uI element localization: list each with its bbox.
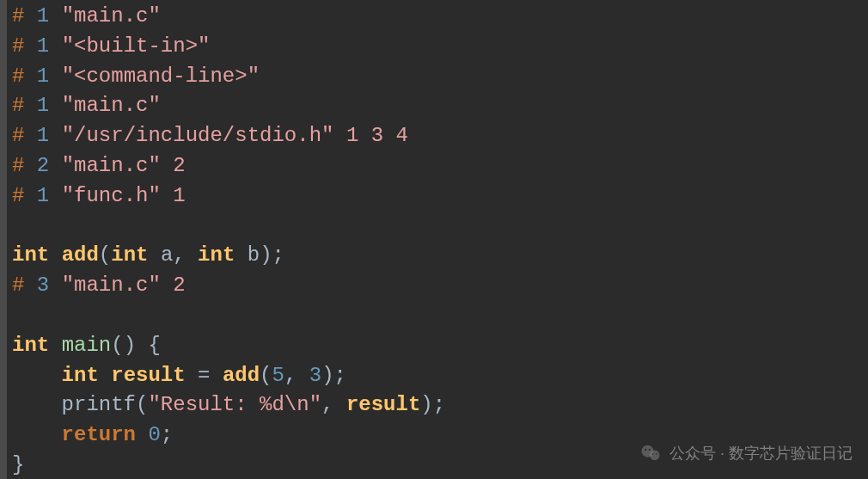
number-literal: 3 <box>309 364 321 387</box>
param-type: int <box>198 243 235 267</box>
string-literal: "Result: %d\n" <box>148 393 321 416</box>
var-name: result <box>111 364 185 387</box>
return-type: int <box>12 334 49 357</box>
code-line: int add(int a, int b); <box>12 241 863 271</box>
function-name: main <box>62 334 112 357</box>
identifier: result <box>346 393 420 416</box>
code-editor: # 1 "main.c"# 1 "<built-in>"# 1 "<comman… <box>0 0 868 479</box>
preprocessor-hash: # <box>12 94 37 117</box>
preproc-flags: 1 <box>161 184 186 207</box>
line-number-literal: 1 <box>37 184 49 207</box>
code-area[interactable]: # 1 "main.c"# 1 "<built-in>"# 1 "<comman… <box>7 0 868 479</box>
code-line <box>12 301 863 331</box>
line-number-literal: 3 <box>37 273 49 297</box>
code-line: # 1 "func.h" 1 <box>12 181 863 212</box>
filename-string: "main.c" <box>62 4 161 28</box>
preprocessor-hash: # <box>12 4 37 28</box>
preprocessor-hash: # <box>12 64 37 88</box>
preprocessor-hash: # <box>12 184 37 207</box>
filename-string: "func.h" <box>62 184 161 207</box>
keyword-return: return <box>62 423 136 446</box>
var-type: int <box>62 364 99 387</box>
preproc-flags: 2 <box>161 154 186 177</box>
param-type: int <box>111 243 148 267</box>
line-number-literal: 1 <box>37 64 49 88</box>
number-literal: 5 <box>272 364 284 387</box>
line-number-literal: 1 <box>37 34 49 58</box>
line-number-literal: 1 <box>37 4 49 28</box>
svg-point-5 <box>656 453 657 455</box>
filename-string: "/usr/include/stdio.h" <box>62 124 334 147</box>
preproc-flags: 1 3 4 <box>333 124 407 147</box>
code-line: # 1 "main.c" <box>12 91 863 121</box>
svg-point-1 <box>650 451 660 461</box>
code-line: # 1 "<command-line>" <box>12 62 863 92</box>
param-name: b <box>248 243 260 267</box>
filename-string: "main.c" <box>62 94 161 117</box>
number-literal: 0 <box>148 423 160 446</box>
line-number-literal: 1 <box>37 94 49 117</box>
preprocessor-hash: # <box>12 124 37 147</box>
editor-gutter <box>0 0 7 479</box>
svg-point-3 <box>649 449 651 451</box>
code-line: # 2 "main.c" 2 <box>12 151 863 181</box>
line-number-literal: 1 <box>37 124 49 147</box>
code-line <box>12 212 863 242</box>
watermark: 公众号 · 数字芯片验证日记 <box>639 441 853 465</box>
preproc-flags: 2 <box>161 273 186 297</box>
preprocessor-hash: # <box>12 34 37 58</box>
function-name: add <box>62 243 99 267</box>
preprocessor-hash: # <box>12 154 37 177</box>
line-number-literal: 2 <box>37 154 49 177</box>
watermark-text: 公众号 · 数字芯片验证日记 <box>669 442 853 464</box>
call-name: add <box>223 364 260 387</box>
param-name: a <box>161 243 173 267</box>
return-type: int <box>12 243 49 267</box>
svg-point-2 <box>645 449 646 451</box>
filename-string: "main.c" <box>62 273 161 297</box>
preprocessor-hash: # <box>12 273 37 297</box>
code-line: # 1 "/usr/include/stdio.h" 1 3 4 <box>12 121 863 151</box>
svg-point-4 <box>652 453 654 455</box>
code-line: # 1 "<built-in>" <box>12 32 863 62</box>
code-line: int result = add(5, 3); <box>12 361 863 391</box>
call-name: printf <box>62 393 136 416</box>
wechat-icon <box>639 441 663 465</box>
code-line: # 1 "main.c" <box>12 2 863 32</box>
code-line: int main() { <box>12 331 863 361</box>
filename-string: "<built-in>" <box>62 34 211 58</box>
code-line: # 3 "main.c" 2 <box>12 271 863 301</box>
code-line: printf("Result: %d\n", result); <box>12 390 863 421</box>
filename-string: "<command-line>" <box>62 64 260 88</box>
filename-string: "main.c" <box>62 154 161 177</box>
